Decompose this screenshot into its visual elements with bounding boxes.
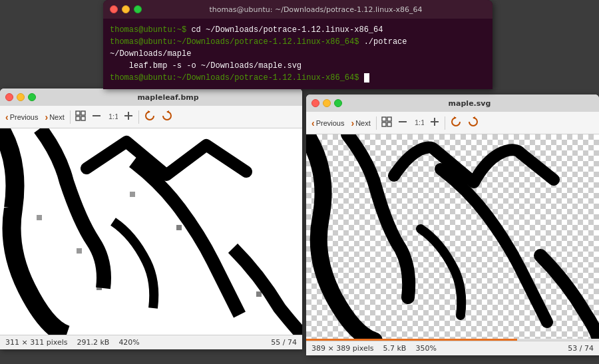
- viewer-left-statusbar: 311 × 311 pixels 291.2 kB 420% 55 / 74: [0, 335, 302, 349]
- svg-rect-28: [434, 118, 435, 126]
- svg-rect-7: [128, 112, 129, 120]
- right-dimensions: 389 × 389 pixels 5.7 kB 350%: [311, 344, 437, 353]
- viewer-right-window: maple.svg ‹ Previous › Next 1:1: [306, 94, 599, 355]
- maximize-button[interactable]: [134, 5, 142, 13]
- terminal-title: thomas@ubuntu: ~/Downloads/potrace-1.12.…: [146, 5, 486, 14]
- svg-marker-8: [148, 110, 150, 113]
- bmp-image: [0, 128, 302, 335]
- prev-arrow-icon-right: ‹: [311, 118, 315, 128]
- viewer-right-next-button[interactable]: › Next: [348, 116, 373, 130]
- viewer-right-titlebar: maple.svg: [306, 94, 599, 112]
- rotate-cw-button[interactable]: [159, 108, 175, 125]
- zoom-normal-button[interactable]: 1:1: [105, 109, 120, 124]
- next-label: Next: [49, 113, 65, 121]
- zoom-out-button[interactable]: [89, 109, 104, 124]
- terminal-line-1: thomas@ubuntu:~$ cd ~/Downloads/potrace-…: [110, 24, 486, 36]
- svg-text:1:1: 1:1: [415, 118, 424, 126]
- viewer-left-titlebar: mapleleaf.bmp: [0, 89, 302, 106]
- svg-rect-24: [387, 122, 391, 126]
- terminal-line-2: thomas@ubuntu:~/Downloads/potrace-1.12.l…: [110, 36, 486, 72]
- svg-rect-15: [77, 248, 82, 254]
- viewer-right-title: maple.svg: [345, 99, 594, 108]
- zoom-normal-button-right[interactable]: 1:1: [411, 115, 426, 130]
- viewer-right-toolbar: ‹ Previous › Next 1:1: [306, 112, 599, 134]
- terminal-line-3: thomas@ubuntu:~/Downloads/potrace-1.12.l…: [110, 72, 486, 84]
- svg-marker-29: [454, 116, 457, 119]
- svg-rect-3: [81, 116, 85, 120]
- viewer-right-prev-button[interactable]: ‹ Previous: [309, 116, 347, 130]
- svg-rect-21: [382, 117, 386, 121]
- svg-rect-11: [10, 192, 15, 197]
- left-dimensions: 311 × 311 pixels 291.2 kB 420%: [5, 338, 140, 347]
- viewer-right-close[interactable]: [311, 99, 319, 107]
- svg-rect-17: [130, 192, 135, 197]
- left-position: 55 / 74: [271, 338, 297, 347]
- svg-rect-25: [399, 121, 407, 122]
- viewer-right-content: [306, 134, 599, 341]
- svg-rect-18: [176, 225, 182, 230]
- viewer-left-maximize[interactable]: [28, 93, 36, 101]
- close-button[interactable]: [110, 5, 118, 13]
- toolbar-sep-right-2: [445, 116, 445, 130]
- viewer-right-statusbar: 389 × 389 pixels 5.7 kB 350% 53 / 74: [306, 341, 599, 355]
- zoom-in-button[interactable]: [121, 109, 136, 124]
- viewer-left-title: mapleleaf.bmp: [39, 93, 297, 102]
- next-arrow-icon-right: ›: [351, 118, 354, 128]
- svg-image: [306, 134, 599, 341]
- terminal-titlebar: thomas@ubuntu: ~/Downloads/potrace-1.12.…: [103, 0, 493, 19]
- terminal-body[interactable]: thomas@ubuntu:~$ cd ~/Downloads/potrace-…: [103, 19, 493, 89]
- toolbar-sep-right-1: [376, 116, 377, 130]
- viewer-left-prev-button[interactable]: ‹ Previous: [3, 110, 41, 124]
- svg-rect-19: [203, 252, 208, 257]
- zoom-fit-button-right[interactable]: [379, 115, 394, 130]
- zoom-out-button-right[interactable]: [395, 115, 410, 130]
- svg-text:1:1: 1:1: [108, 112, 118, 120]
- svg-rect-2: [76, 116, 80, 120]
- svg-rect-16: [97, 285, 102, 290]
- toolbar-sep-2: [138, 110, 139, 124]
- bmp-svg: [0, 128, 302, 335]
- svg-rect-4: [93, 115, 100, 116]
- svg-rect-14: [63, 178, 69, 184]
- viewer-left-content: [0, 128, 302, 335]
- svg-marker-30: [473, 116, 475, 119]
- viewer-left-window: mapleleaf.bmp ‹ Previous › Next 1:1: [0, 89, 302, 349]
- viewer-right-minimize[interactable]: [323, 99, 331, 107]
- viewer-left-toolbar: ‹ Previous › Next 1:1: [0, 106, 302, 128]
- svg-rect-1: [81, 111, 85, 115]
- viewer-left-close[interactable]: [5, 93, 13, 101]
- svg-rect-13: [37, 215, 42, 220]
- rotate-ccw-button-right[interactable]: [448, 114, 464, 131]
- svg-rect-12: [15, 186, 21, 192]
- toolbar-sep-1: [70, 110, 71, 124]
- svg-rect-20: [256, 291, 262, 297]
- rotate-cw-button-right[interactable]: [465, 114, 481, 131]
- svg-rect-0: [76, 111, 80, 115]
- prev-label: Previous: [10, 113, 39, 121]
- prev-label-right: Previous: [316, 119, 345, 127]
- progress-bar: [306, 339, 517, 341]
- minimize-button[interactable]: [122, 5, 130, 13]
- right-position: 53 / 74: [568, 344, 594, 353]
- terminal-window: thomas@ubuntu: ~/Downloads/potrace-1.12.…: [103, 0, 493, 89]
- svg-rect-23: [382, 122, 386, 126]
- svg-rect-22: [387, 117, 391, 121]
- prev-arrow-icon: ‹: [5, 112, 9, 122]
- viewer-right-maximize[interactable]: [334, 99, 342, 107]
- zoom-fit-button[interactable]: [73, 109, 88, 124]
- viewer-left-next-button[interactable]: › Next: [42, 110, 67, 124]
- next-arrow-icon: ›: [45, 112, 48, 122]
- zoom-in-button-right[interactable]: [427, 115, 442, 130]
- viewer-left-minimize[interactable]: [17, 93, 25, 101]
- rotate-ccw-button[interactable]: [142, 108, 158, 125]
- next-label-right: Next: [355, 119, 371, 127]
- svg-marker-9: [166, 110, 169, 113]
- progress-bar-container: [306, 339, 599, 341]
